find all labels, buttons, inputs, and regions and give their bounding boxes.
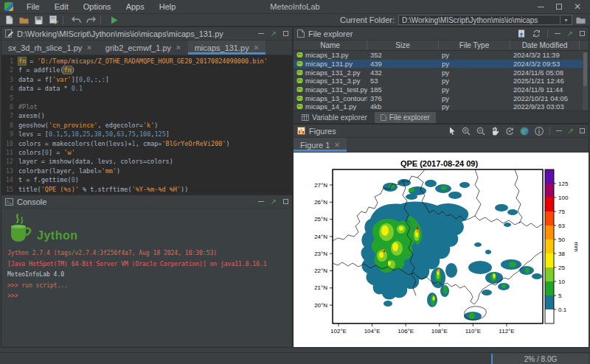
panel-minimize-icon[interactable] <box>258 201 264 202</box>
table-row[interactable]: micaps_13.py352py2024/3/2 11:39 <box>294 51 589 60</box>
rotate-icon[interactable] <box>505 127 514 136</box>
table-row[interactable]: micaps_131.py439py2024/3/2 09:53 <box>294 60 589 69</box>
toolbar-separator <box>63 16 63 24</box>
tab-file-explorer[interactable]: File explorer <box>375 112 436 123</box>
panel-minimize-icon[interactable] <box>258 33 264 34</box>
file-size-cell: 53 <box>367 77 439 85</box>
menu-help[interactable]: Help <box>152 2 184 11</box>
code-line[interactable]: 13colorbar(layer, label='mm') <box>1 167 292 175</box>
column-header-file-type[interactable]: File Type <box>439 41 510 50</box>
current-folder-combobox[interactable]: D:\Working\MIScript\Jython\mis\io\micaps… <box>398 15 572 25</box>
table-row[interactable]: micaps_131_3.py53py2025/1/21 12:46 <box>294 77 589 85</box>
redo-button[interactable] <box>86 15 97 26</box>
console-line: >>> run script... <box>7 281 286 292</box>
save-as-button[interactable] <box>48 15 59 26</box>
code-line[interactable]: 3data = f['var'][0,0,:,:] <box>1 75 292 84</box>
tab-label: Figure 1 <box>300 141 330 150</box>
panel-minimize-icon[interactable] <box>555 33 560 34</box>
panel-float-icon[interactable]: ↗ <box>271 199 277 205</box>
file-type-cell: py <box>439 69 510 77</box>
code-line[interactable]: 14t = f.gettime(0) <box>1 175 292 184</box>
code-line[interactable]: 11colors[0] = 'w' <box>1 148 292 157</box>
console-output[interactable]: Jython Jython 2.7.4 (tags/v2.7.4:3f256f4… <box>1 209 292 347</box>
code-line[interactable]: 6#Plot <box>1 102 292 111</box>
console-line: >>> <box>7 291 286 302</box>
close-icon[interactable]: ✕ <box>254 44 260 52</box>
file-name-cell: micaps_13.py <box>294 51 367 59</box>
column-header-name[interactable]: Name <box>294 41 367 50</box>
panel-maximize-icon[interactable] <box>283 31 288 36</box>
run-script-button[interactable] <box>108 15 119 26</box>
globe-icon[interactable] <box>520 127 529 136</box>
save-button[interactable] <box>33 15 44 26</box>
open-in-editor-icon[interactable] <box>518 29 526 38</box>
panel-float-icon[interactable]: ↗ <box>271 31 277 37</box>
scrollbar[interactable] <box>583 52 588 112</box>
file-type-cell: py <box>439 94 510 102</box>
code-line[interactable]: 12layer = imshow(data, levs, colors=colo… <box>1 157 292 166</box>
file-explorer-panel: File explorer ↗ Name Size File Type Date… <box>293 27 589 124</box>
new-file-button[interactable] <box>4 15 15 26</box>
cursor-icon[interactable] <box>449 127 456 135</box>
table-row[interactable]: micaps_131_2.py432py2024/11/6 05:08 <box>294 68 589 77</box>
code-line[interactable]: 9levs = [0.1,5,10,25,38,50,63,75,100,125… <box>1 130 292 139</box>
close-icon[interactable]: ✕ <box>86 44 92 52</box>
close-icon[interactable]: ✕ <box>334 141 340 149</box>
panel-float-icon[interactable]: ↗ <box>567 31 573 37</box>
pan-hand-icon[interactable] <box>491 127 499 136</box>
window-minimize-button[interactable] <box>538 7 544 7</box>
x-tick-label: 104°E <box>364 328 381 335</box>
browse-folder-button[interactable] <box>576 16 586 24</box>
panel-maximize-icon[interactable] <box>580 128 585 133</box>
tab-label: grib2_ecmwf_1.py <box>105 43 171 52</box>
python-file-icon <box>296 60 303 67</box>
tab-figure-1[interactable]: Figure 1 ✕ <box>294 138 347 152</box>
zoom-in-icon[interactable] <box>462 127 471 136</box>
colorbar-segment <box>545 183 554 197</box>
refresh-icon[interactable] <box>532 29 541 38</box>
code-line[interactable]: 8geoshow('cn_province', edgecolor='k') <box>1 121 292 130</box>
tab-micaps-131[interactable]: micaps_131.py ✕ <box>188 41 266 55</box>
chevron-down-icon[interactable]: ▾ <box>560 15 572 24</box>
current-folder-path: D:\Working\MIScript\Jython\mis\io\micaps <box>399 16 560 24</box>
column-header-date-modified[interactable]: Date Modified <box>510 41 580 50</box>
code-line[interactable]: 7axesm() <box>1 111 292 120</box>
memory-indicator[interactable]: 2% / 8.0G <box>491 354 589 364</box>
code-line[interactable]: 2f = addfile(fn) <box>1 66 292 74</box>
tab-sx-3d-rh-slice-1[interactable]: sx_3d_rh_slice_1.py ✕ <box>1 41 99 55</box>
python-file-icon <box>296 52 303 58</box>
identify-icon[interactable] <box>535 127 544 136</box>
panel-maximize-icon[interactable] <box>283 199 288 204</box>
colorbar-segment <box>545 225 554 239</box>
menu-apps[interactable]: Apps <box>119 2 152 11</box>
panel-maximize-icon[interactable] <box>580 31 585 36</box>
code-line[interactable]: 4data = data * 0.1 <box>1 84 292 93</box>
close-icon[interactable]: ✕ <box>176 44 181 52</box>
menu-file[interactable]: File <box>19 2 47 11</box>
scrollbar-thumb[interactable] <box>583 52 587 86</box>
meteoinfolab-window: File Edit Options Apps Help MeteoInfoLab… <box>0 0 590 364</box>
code-line[interactable]: 10colors = makecolors(len(levs)+1, cmap=… <box>1 139 292 148</box>
code-line[interactable]: 5 <box>1 94 292 102</box>
panel-float-icon[interactable]: ↗ <box>568 128 574 134</box>
menu-options[interactable]: Options <box>76 2 119 11</box>
window-close-button[interactable]: ✕ <box>574 3 581 10</box>
table-row[interactable]: micaps_131_test.py185py2024/11/9 11:44 <box>294 85 589 94</box>
panel-minimize-icon[interactable] <box>556 130 562 131</box>
figure-canvas[interactable]: QPE (2017-08-24 09) <box>294 153 589 347</box>
file-name: micaps_131.py <box>305 60 353 68</box>
open-folder-button[interactable] <box>18 15 30 26</box>
code-line[interactable]: 15title('QPE (%s)' % t.strftime('%Y-%m-%… <box>1 185 292 194</box>
column-header-size[interactable]: Size <box>367 41 439 50</box>
colorbar-tick-label: 100 <box>558 195 569 201</box>
tab-grib2-ecmwf-1[interactable]: grib2_ecmwf_1.py ✕ <box>99 41 188 55</box>
code-line[interactable]: 1fn = 'D:/Temp/micaps/Z_OTHE_RADAMQPE_HO… <box>1 57 292 66</box>
code-text: layer = imshow(data, levs, colors=colors… <box>18 157 173 166</box>
window-maximize-button[interactable] <box>556 4 562 10</box>
menu-edit[interactable]: Edit <box>47 2 76 11</box>
tab-variable-explorer[interactable]: Variable explorer <box>296 112 373 123</box>
table-row[interactable]: micaps_13_contourf.py376py2022/10/21 04:… <box>294 94 589 102</box>
code-editor[interactable]: 1fn = 'D:/Temp/micaps/Z_OTHE_RADAMQPE_HO… <box>1 55 292 194</box>
undo-button[interactable] <box>71 15 82 26</box>
zoom-out-icon[interactable] <box>476 127 485 136</box>
